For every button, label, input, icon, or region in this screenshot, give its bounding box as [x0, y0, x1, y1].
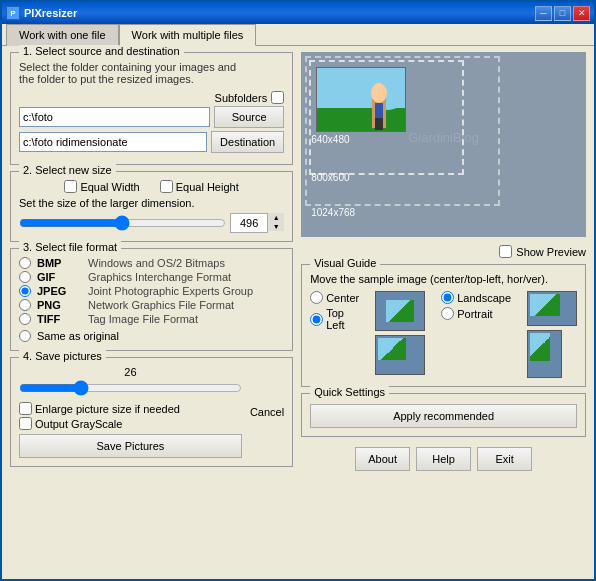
section1-title: 1. Select source and destination: [19, 45, 184, 57]
mini-img-center: [386, 300, 414, 322]
enlarge-checkbox[interactable]: [19, 402, 32, 415]
format-bmp-row: BMP Windows and OS/2 Bitmaps: [19, 257, 284, 269]
mini-img-topleft: [378, 338, 406, 360]
same-as-original-label: Same as original: [37, 330, 119, 342]
svg-rect-5: [375, 103, 383, 118]
mini-preview-center: [375, 291, 425, 331]
visual-guide-title: Visual Guide: [310, 257, 380, 269]
title-bar-left: P PIXresizer: [6, 6, 77, 20]
show-preview-label: Show Preview: [516, 246, 586, 258]
format-tiff-radio[interactable]: [19, 313, 31, 325]
format-tiff-row: TIFF Tag Image File Format: [19, 313, 284, 325]
mini-previews: [375, 291, 425, 378]
save-left: 26 Enlarge picture size if needed Output…: [19, 366, 242, 458]
format-jpeg-radio[interactable]: [19, 285, 31, 297]
format-png-radio[interactable]: [19, 299, 31, 311]
window-title: PIXresizer: [24, 7, 77, 19]
enlarge-label: Enlarge picture size if needed: [19, 402, 242, 415]
tab-bar: Work with one file Work with multiple fi…: [2, 24, 594, 46]
quality-value: 26: [19, 366, 242, 378]
center-radio[interactable]: [310, 291, 323, 304]
tab-multiple-files[interactable]: Work with multiple files: [119, 24, 257, 46]
section1-content: Select the folder containing your images…: [19, 61, 284, 153]
source-button[interactable]: Source: [214, 106, 284, 128]
show-preview-checkbox[interactable]: [499, 245, 512, 258]
maximize-button[interactable]: □: [554, 6, 571, 21]
apply-recommended-button[interactable]: Apply recommended: [310, 404, 577, 428]
visual-guide-content: Move the sample image (center/top-left, …: [310, 273, 577, 378]
slider-row: ▲ ▼: [19, 213, 284, 233]
spin-buttons: ▲ ▼: [268, 213, 284, 233]
equal-height-checkbox[interactable]: [160, 180, 173, 193]
quality-slider[interactable]: [19, 380, 242, 396]
save-pictures-button[interactable]: Save Pictures: [19, 434, 242, 458]
spin-down-button[interactable]: ▼: [268, 222, 284, 231]
format-jpeg-row: JPEG Joint Photographic Experts Group: [19, 285, 284, 297]
section4-content: 26 Enlarge picture size if needed Output…: [19, 366, 284, 458]
dest-path-input[interactable]: [19, 132, 207, 152]
equal-width-checkbox[interactable]: [64, 180, 77, 193]
close-button[interactable]: ✕: [573, 6, 590, 21]
help-button[interactable]: Help: [416, 447, 471, 471]
format-bmp-radio[interactable]: [19, 257, 31, 269]
grayscale-checkbox[interactable]: [19, 417, 32, 430]
quick-settings-content: Apply recommended: [310, 404, 577, 428]
subfolders-label: Subfolders: [215, 92, 268, 104]
portrait-radio[interactable]: [441, 307, 454, 320]
quick-settings-section: Quick Settings Apply recommended: [301, 393, 586, 437]
dest-button[interactable]: Destination: [211, 131, 284, 153]
size-value-input[interactable]: [230, 213, 268, 233]
portrait-option: Portrait: [441, 307, 511, 320]
format-same-radio[interactable]: [19, 330, 31, 342]
minimize-button[interactable]: ─: [535, 6, 552, 21]
landscape-option: Landscape: [441, 291, 511, 304]
section2-content: Equal Width Equal Height Set the size of…: [19, 180, 284, 233]
svg-rect-1: [317, 108, 406, 132]
cancel-label: Cancel: [250, 366, 284, 458]
mini-img-landscape: [530, 294, 560, 316]
mini-preview-landscape: [527, 291, 577, 326]
section3-title: 3. Select file format: [19, 241, 121, 253]
mini-img-portrait: [530, 333, 550, 361]
center-option: Center: [310, 291, 359, 304]
tab-one-file[interactable]: Work with one file: [6, 24, 119, 46]
grayscale-label: Output GrayScale: [19, 417, 242, 430]
source-row: Source: [19, 106, 284, 128]
landscape-radio[interactable]: [441, 291, 454, 304]
svg-rect-7: [379, 118, 383, 130]
visual-guide-section: Visual Guide Move the sample image (cent…: [301, 264, 586, 387]
svg-point-4: [371, 83, 387, 103]
main-content: 1. Select source and destination Select …: [2, 46, 594, 579]
source-dest-section: 1. Select source and destination Select …: [10, 52, 293, 165]
section1-desc: Select the folder containing your images…: [19, 61, 284, 85]
size-label-1024: 1024x768: [311, 207, 355, 218]
orientation-previews: [527, 291, 577, 378]
size-desc: Set the size of the larger dimension.: [19, 197, 284, 209]
preview-image: [316, 67, 406, 132]
equal-height-label: Equal Height: [160, 180, 239, 193]
format-gif-row: GIF Graphics Interchange Format: [19, 271, 284, 283]
bottom-buttons: About Help Exit: [301, 443, 586, 477]
right-panel: 640x480 800x600 1024x768 GiardiniBlog Sh…: [301, 52, 586, 573]
size-slider[interactable]: [19, 215, 226, 231]
format-same-row: Same as original: [19, 330, 284, 342]
exit-button[interactable]: Exit: [477, 447, 532, 471]
section4-title: 4. Save pictures: [19, 350, 106, 362]
about-button[interactable]: About: [355, 447, 410, 471]
visual-options: Center Top Left: [310, 291, 577, 378]
mini-preview-portrait: [527, 330, 562, 378]
source-path-input[interactable]: [19, 107, 210, 127]
app-icon: P: [6, 6, 20, 20]
quick-settings-title: Quick Settings: [310, 386, 389, 398]
position-options: Center Top Left: [310, 291, 359, 378]
save-inner: 26 Enlarge picture size if needed Output…: [19, 366, 284, 458]
section3-content: BMP Windows and OS/2 Bitmaps GIF Graphic…: [19, 257, 284, 342]
size-label-640: 640x480: [311, 134, 349, 145]
format-gif-radio[interactable]: [19, 271, 31, 283]
format-png-row: PNG Network Graphics File Format: [19, 299, 284, 311]
topleft-radio[interactable]: [310, 313, 323, 326]
spin-up-button[interactable]: ▲: [268, 213, 284, 222]
size-options-row: Equal Width Equal Height: [19, 180, 284, 193]
subfolders-checkbox[interactable]: [271, 91, 284, 104]
preview-box: 640x480 800x600 1024x768 GiardiniBlog: [301, 52, 586, 237]
